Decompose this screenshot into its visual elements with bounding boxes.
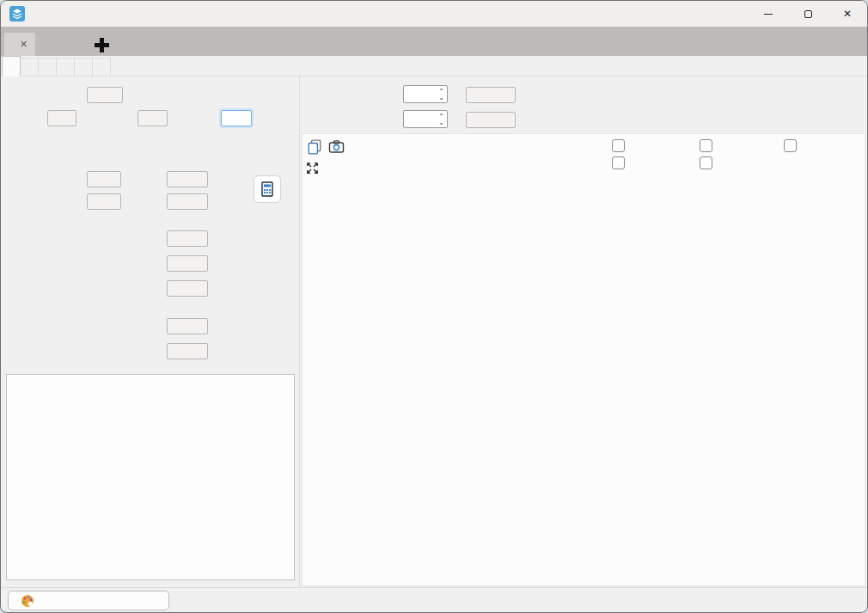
footer-separator <box>1 587 867 588</box>
spinner-arrows-icon[interactable]: ⌃⌄ <box>436 111 447 127</box>
maximize-icon <box>804 10 812 18</box>
add-tab-button[interactable] <box>94 37 110 53</box>
layers-icon <box>11 8 23 20</box>
minimize-button[interactable] <box>749 1 788 27</box>
tmoy-field[interactable] <box>138 110 168 126</box>
ray-global-field[interactable] <box>167 230 208 247</box>
checkbox-grille-droite[interactable]: ✓ <box>612 156 629 169</box>
spinner-value <box>404 86 436 102</box>
minimize-icon <box>764 14 773 15</box>
font-settings-button[interactable] <box>367 135 389 157</box>
tbase-dju-field[interactable] <box>167 171 208 187</box>
altitude-field[interactable] <box>87 87 123 103</box>
nb-heures-below-field[interactable] <box>466 87 516 103</box>
checkbox-titre[interactable]: ✓ <box>700 156 717 169</box>
close-icon: ✕ <box>843 9 852 19</box>
checkbox-icon[interactable]: ✓ <box>700 156 712 169</box>
document-tab-strip: ✕ <box>1 27 867 56</box>
panel-divider <box>299 77 300 587</box>
direction-vent-field[interactable] <box>167 343 208 359</box>
checkbox-legende[interactable]: ✓ <box>700 139 717 152</box>
tab-humidite[interactable] <box>74 58 93 76</box>
nb-heures-above-field[interactable] <box>466 112 516 128</box>
section-tabs <box>1 56 867 77</box>
close-button[interactable]: ✕ <box>828 1 867 27</box>
tbaseclim-temp-field[interactable] <box>87 193 121 210</box>
configuration-graphique-button[interactable] <box>8 591 169 610</box>
checkbox-icon[interactable]: ✓ <box>612 156 625 169</box>
tmax-field[interactable] <box>221 110 252 126</box>
nb-heures-above-spinner[interactable]: ⌃⌄ <box>403 110 448 128</box>
checkbox-icon[interactable]: ✓ <box>612 139 625 152</box>
commentaires-textarea[interactable] <box>6 374 295 580</box>
checkbox-anti-crenelage[interactable]: ✓ <box>784 139 801 152</box>
copy-chart-button[interactable] <box>305 138 324 156</box>
ray-direct-field[interactable] <box>167 255 208 272</box>
camera-icon <box>328 139 345 154</box>
tab-temperature[interactable] <box>20 58 39 76</box>
psychrometric-chart[interactable] <box>303 180 867 584</box>
app-icon <box>9 6 25 21</box>
spinner-arrows-icon[interactable]: ⌃⌄ <box>436 86 447 102</box>
vitesse-vent-field[interactable] <box>167 318 208 334</box>
maximize-button[interactable] <box>788 1 828 27</box>
tab-vent[interactable] <box>56 58 75 76</box>
tab-close-icon[interactable]: ✕ <box>20 39 28 50</box>
checkbox-grille-gauche[interactable]: ✓ <box>612 139 629 152</box>
tmin-field[interactable] <box>47 110 76 126</box>
title-bar: ✕ <box>1 1 867 27</box>
tab-rayonnement[interactable] <box>38 58 57 76</box>
tbase-temp-field[interactable] <box>87 171 121 187</box>
dju-calculator-button[interactable] <box>254 175 281 203</box>
expand-arrows-icon <box>305 161 320 175</box>
tab-eau-froide[interactable] <box>92 58 111 76</box>
plus-icon <box>94 37 110 53</box>
fit-zoom-button[interactable] <box>303 159 321 176</box>
tab-generalites[interactable] <box>2 56 21 77</box>
palette-icon <box>21 594 34 608</box>
checkbox-icon[interactable]: ✓ <box>700 139 712 152</box>
calculator-icon <box>260 181 275 197</box>
ray-diffus-field[interactable] <box>167 280 208 297</box>
nb-heures-below-spinner[interactable]: ⌃⌄ <box>403 85 448 103</box>
checkbox-icon[interactable]: ✓ <box>784 139 797 152</box>
tbaseclim-dju-field[interactable] <box>167 193 208 210</box>
app-window: ✕ ✕ <box>0 0 868 613</box>
spinner-value <box>404 111 436 127</box>
copy-icon <box>307 139 322 155</box>
snapshot-button[interactable] <box>327 138 345 156</box>
document-tab-montpelliersimu[interactable]: ✕ <box>4 33 35 56</box>
